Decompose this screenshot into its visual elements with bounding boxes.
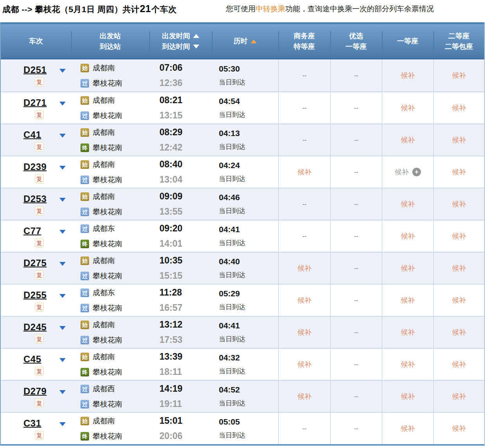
seat-cell-business[interactable]: 候补 + — [278, 156, 330, 188]
train-number-link[interactable]: D279 — [23, 386, 47, 397]
seat-status: 候补 — [401, 392, 415, 401]
expand-caret-icon[interactable] — [59, 262, 66, 266]
departure-type-badge: 始 — [81, 321, 89, 329]
seat-cell-business[interactable]: 候补 + — [278, 253, 330, 284]
seat-cell-first-class[interactable]: 候补 + — [382, 381, 433, 412]
add-waitlist-icon[interactable]: + — [412, 168, 421, 176]
stations-cell: 过 成都东 过 攀枝花南 — [71, 285, 149, 316]
seat-cell-second-class[interactable]: 候补 + — [433, 59, 484, 91]
seat-cell-second-class[interactable]: 候补 + — [433, 92, 484, 124]
seat-cell-first-class[interactable]: 候补 + — [382, 188, 433, 220]
col-header-duration-sortable[interactable]: 历时 — [212, 24, 278, 58]
seat-status: 候补 — [401, 424, 415, 433]
seat-cell-second-class[interactable]: 候补 + — [433, 253, 484, 284]
seat-cell-business[interactable]: 候补 + — [278, 349, 330, 380]
seat-status: 候补 — [401, 71, 415, 80]
fuxing-badge: 复 — [35, 110, 44, 119]
train-number-cell: D239 复 — [1, 156, 71, 188]
seat-cell-first-class[interactable]: 候补 + — [382, 220, 433, 252]
times-cell: 09:09 13:55 — [149, 188, 212, 220]
expand-caret-icon[interactable] — [59, 294, 66, 298]
train-row: D271 复 始 成都南 过 攀枝花南 08:21 13:15 04:54 当日… — [1, 91, 484, 124]
expand-caret-icon[interactable] — [59, 166, 66, 170]
transfer-link[interactable]: 中转换乘 — [256, 5, 285, 13]
seat-cell-second-class[interactable]: 候补 + — [433, 413, 484, 444]
seat-status: 候补 — [297, 263, 311, 273]
expand-caret-icon[interactable] — [59, 358, 66, 362]
seat-cell-preferred: -- + — [330, 253, 382, 284]
seat-cell-business: -- + — [278, 92, 330, 124]
seat-cell-first-class[interactable]: 候补 + — [382, 317, 433, 348]
train-row: D245 复 始 成都南 过 攀枝花南 13:12 17:53 04:41 当日… — [1, 316, 484, 348]
seat-cell-business[interactable]: 候补 + — [278, 285, 330, 316]
arrival-time: 15:15 — [159, 271, 212, 281]
seat-cell-second-class[interactable]: 候补 + — [433, 156, 484, 188]
times-cell: 14:19 19:11 — [149, 381, 212, 412]
train-number-link[interactable]: C31 — [23, 418, 41, 429]
expand-caret-icon[interactable] — [59, 102, 66, 106]
train-number-link[interactable]: C41 — [23, 129, 41, 140]
table-header-row: 车次 出发站 到达站 出发时间 到达时间 历时 商务座 特等座 优选 一等座 一… — [1, 22, 484, 59]
seat-cell-business[interactable]: 候补 + — [278, 381, 330, 412]
train-number-link[interactable]: D271 — [23, 97, 47, 108]
train-number-link[interactable]: C77 — [23, 226, 41, 237]
seat-status: 候补 — [395, 167, 409, 177]
duration-value: 04:24 — [219, 161, 278, 170]
expand-caret-icon[interactable] — [59, 198, 66, 202]
seat-cell-business: -- + — [278, 188, 330, 220]
arrival-type-badge: 过 — [81, 176, 89, 184]
fuxing-badge: 复 — [35, 399, 44, 408]
seat-cell-second-class[interactable]: 候补 + — [433, 381, 484, 412]
expand-caret-icon[interactable] — [59, 422, 66, 426]
departure-time: 13:39 — [159, 351, 212, 362]
seat-cell-first-class[interactable]: 候补 + — [382, 59, 433, 91]
expand-caret-icon[interactable] — [59, 134, 66, 138]
train-row: D275 复 始 成都南 过 攀枝花南 10:35 15:15 04:40 当日… — [1, 252, 484, 284]
expand-caret-icon[interactable] — [59, 390, 66, 394]
expand-caret-icon[interactable] — [59, 230, 66, 234]
seat-cell-first-class[interactable]: 候补 + — [382, 413, 433, 444]
expand-caret-icon[interactable] — [59, 326, 66, 330]
seat-cell-business[interactable]: 候补 + — [278, 317, 330, 348]
train-number-link[interactable]: D251 — [23, 65, 47, 75]
seat-cell-second-class[interactable]: 候补 + — [433, 317, 484, 348]
arrival-time: 19:11 — [159, 399, 212, 409]
seat-cell-first-class[interactable]: 候补 + — [382, 92, 433, 124]
train-number-link[interactable]: C45 — [23, 354, 41, 365]
duration-cell: 04:40 当日到达 — [212, 253, 278, 284]
train-number-link[interactable]: D255 — [23, 290, 47, 301]
times-cell: 08:21 13:15 — [149, 92, 212, 124]
seat-cell-second-class[interactable]: 候补 + — [433, 220, 484, 252]
times-cell: 08:29 12:42 — [149, 124, 212, 156]
seat-status: 候补 — [452, 296, 466, 305]
col-header-times-sortable[interactable]: 出发时间 到达时间 — [149, 24, 212, 58]
seat-cell-preferred: -- + — [330, 156, 382, 188]
seat-cell-first-class[interactable]: 候补 + — [382, 349, 433, 380]
arrival-time: 13:15 — [159, 110, 212, 121]
train-number-link[interactable]: D253 — [23, 194, 47, 204]
seat-cell-first-class[interactable]: 候补 + — [382, 285, 433, 316]
seat-cell-first-class[interactable]: 候补 + — [382, 156, 433, 188]
train-row: D255 复 过 成都东 过 攀枝花南 11:28 16:57 05:29 当日… — [1, 284, 484, 316]
arrival-time: 13:55 — [159, 206, 212, 217]
departure-station: 成都南 — [93, 256, 115, 266]
train-number-link[interactable]: D245 — [23, 322, 47, 333]
arrival-type-badge: 过 — [81, 208, 89, 216]
seat-cell-second-class[interactable]: 候补 + — [433, 349, 484, 380]
train-number-link[interactable]: D275 — [23, 258, 47, 269]
seat-cell-second-class[interactable]: 候补 + — [433, 285, 484, 316]
sort-desc-icon[interactable] — [193, 45, 199, 48]
seat-cell-first-class[interactable]: 候补 + — [382, 124, 433, 156]
train-number-link[interactable]: D239 — [23, 161, 47, 172]
seat-cell-second-class[interactable]: 候补 + — [433, 124, 484, 156]
sort-active-asc-icon[interactable] — [251, 39, 257, 43]
departure-type-badge: 始 — [81, 160, 89, 169]
duration-cell: 05:05 当日到达 — [212, 413, 278, 444]
arrival-type-badge: 过 — [81, 400, 89, 409]
fuxing-badge: 复 — [35, 77, 44, 86]
sort-asc-icon[interactable] — [193, 34, 199, 38]
arrival-day-label: 当日到达 — [219, 303, 278, 312]
seat-cell-second-class[interactable]: 候补 + — [433, 188, 484, 220]
expand-caret-icon[interactable] — [59, 69, 66, 73]
seat-cell-first-class[interactable]: 候补 + — [382, 253, 433, 284]
